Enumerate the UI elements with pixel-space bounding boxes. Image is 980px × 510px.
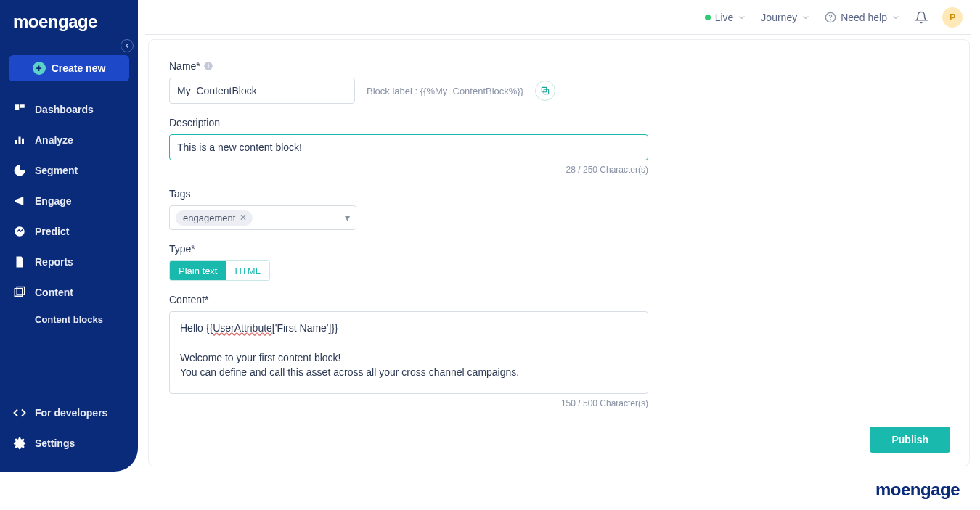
svg-rect-1	[20, 104, 25, 108]
name-field-group: Name* Block label : {{%My_ContentBlock%}…	[169, 60, 949, 104]
info-icon	[203, 61, 213, 71]
name-input[interactable]	[169, 78, 355, 104]
type-html-button[interactable]: HTML	[226, 261, 269, 280]
predict-icon	[13, 225, 26, 238]
description-counter: 28 / 250 Character(s)	[169, 165, 648, 175]
description-input[interactable]	[169, 134, 648, 160]
engage-icon	[13, 194, 26, 207]
sidebar-item-label: Content	[35, 287, 73, 298]
need-help-label: Need help	[841, 12, 887, 23]
type-plain-text-button[interactable]: Plain text	[170, 261, 226, 280]
primary-nav: Dashboards Analyze Segment Engage Predic…	[0, 91, 138, 334]
content-block-form-card: Name* Block label : {{%My_ContentBlock%}…	[148, 39, 970, 466]
user-avatar[interactable]: P	[942, 7, 963, 28]
need-help-dropdown[interactable]: Need help	[825, 12, 900, 23]
svg-point-5	[15, 226, 25, 237]
sidebar: moengage + Create new Dashboards Analyze…	[0, 0, 138, 472]
create-new-label: Create new	[52, 62, 106, 74]
sidebar-item-for-developers[interactable]: For developers	[0, 398, 138, 428]
tags-field-group: Tags engagement ✕ ▾	[169, 188, 949, 230]
svg-point-13	[208, 63, 209, 65]
sidebar-bottom-nav: For developers Settings	[0, 398, 138, 458]
tag-chip-label: engagement	[183, 213, 235, 223]
copy-block-label-button[interactable]	[535, 81, 555, 101]
brand-logo: moengage	[0, 0, 138, 41]
footer-brand-logo: moengage	[875, 480, 960, 500]
journey-dropdown[interactable]: Journey	[761, 12, 810, 23]
chevron-left-icon	[123, 42, 131, 49]
sidebar-item-label: Predict	[35, 226, 69, 237]
type-toggle-group: Plain text HTML	[169, 260, 270, 281]
svg-rect-12	[208, 65, 208, 68]
sidebar-item-predict[interactable]: Predict	[0, 216, 138, 247]
live-label: Live	[715, 12, 734, 23]
live-status-dropdown[interactable]: Live	[705, 12, 747, 23]
tags-select[interactable]: engagement ✕ ▾	[169, 205, 356, 230]
bell-icon	[915, 11, 928, 24]
sidebar-item-label: Settings	[35, 437, 75, 449]
help-icon	[825, 12, 836, 23]
tags-label: Tags	[169, 188, 949, 200]
type-label: Type*	[169, 243, 949, 255]
tag-remove-button[interactable]: ✕	[240, 213, 247, 223]
publish-button[interactable]: Publish	[870, 427, 950, 453]
block-label-text: Block label : {{%My_ContentBlock%}}	[367, 86, 523, 96]
avatar-initial: P	[950, 12, 956, 22]
description-field-group: Description 28 / 250 Character(s)	[169, 117, 949, 175]
description-label: Description	[169, 117, 949, 128]
chevron-down-icon	[891, 13, 900, 22]
content-label: Content*	[169, 294, 949, 305]
sidebar-item-segment[interactable]: Segment	[0, 155, 138, 186]
notifications-button[interactable]	[915, 11, 928, 24]
publish-row: Publish	[870, 427, 950, 453]
sidebar-item-label: Reports	[35, 256, 73, 268]
create-new-button[interactable]: + Create new	[9, 55, 129, 81]
content-textarea[interactable]: Hello {{UserAttribute['First Name']}} We…	[169, 311, 648, 394]
sidebar-item-label: Segment	[35, 165, 78, 176]
sidebar-subitem-label: Content blocks	[35, 314, 103, 325]
sidebar-item-label: Dashboards	[35, 104, 94, 115]
sidebar-item-content[interactable]: Content	[0, 277, 138, 308]
svg-point-10	[830, 19, 831, 20]
gear-icon	[13, 437, 26, 450]
sidebar-item-reports[interactable]: Reports	[0, 247, 138, 277]
sidebar-item-analyze[interactable]: Analyze	[0, 125, 138, 155]
live-dot-icon	[705, 15, 711, 20]
chevron-down-icon	[801, 13, 810, 22]
code-icon	[13, 406, 26, 419]
caret-down-icon: ▾	[345, 212, 350, 223]
sidebar-item-dashboards[interactable]: Dashboards	[0, 94, 138, 125]
sidebar-item-label: For developers	[35, 407, 107, 419]
copy-icon	[540, 86, 550, 96]
sidebar-item-settings[interactable]: Settings	[0, 428, 138, 458]
svg-rect-3	[19, 137, 21, 145]
journey-label: Journey	[761, 12, 797, 23]
sidebar-item-engage[interactable]: Engage	[0, 186, 138, 216]
reports-icon	[13, 255, 26, 268]
dashboard-icon	[13, 103, 26, 116]
chevron-down-icon	[738, 13, 746, 22]
name-label: Name*	[169, 60, 949, 72]
segment-icon	[13, 164, 26, 177]
tag-chip: engagement ✕	[176, 210, 253, 226]
sidebar-subitem-content-blocks[interactable]: Content blocks	[0, 308, 138, 331]
analyze-icon	[13, 133, 26, 147]
sidebar-item-label: Analyze	[35, 134, 73, 146]
svg-rect-0	[15, 104, 19, 110]
svg-rect-2	[15, 140, 17, 144]
topbar: Live Journey Need help P	[145, 0, 971, 35]
collapse-sidebar-button[interactable]	[121, 39, 134, 52]
plus-icon: +	[33, 62, 46, 75]
content-counter: 150 / 500 Character(s)	[169, 398, 648, 408]
svg-rect-4	[22, 139, 24, 144]
content-field-group: Content* Hello {{UserAttribute['First Na…	[169, 294, 949, 408]
sidebar-item-label: Engage	[35, 195, 72, 207]
type-field-group: Type* Plain text HTML	[169, 243, 949, 281]
content-icon	[13, 286, 26, 299]
